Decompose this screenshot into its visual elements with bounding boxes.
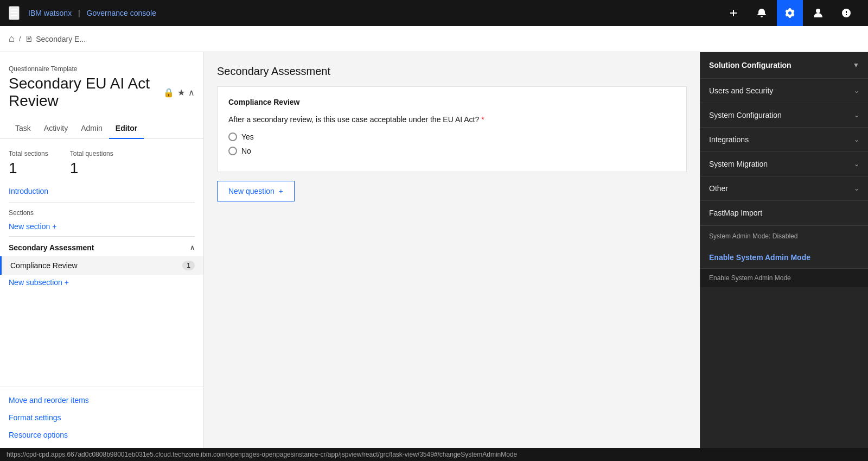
new-section-link[interactable]: New section + xyxy=(0,219,203,234)
users-security-label: Users and Security xyxy=(709,86,773,95)
svg-point-0 xyxy=(816,9,820,13)
integrations-chevron: ⌄ xyxy=(854,136,859,143)
total-questions-stat: Total questions 1 xyxy=(70,150,113,177)
right-panel: Solution Configuration ▼ Users and Secur… xyxy=(700,52,868,448)
required-star: * xyxy=(481,115,484,124)
resource-options-link[interactable]: Resource options xyxy=(0,426,203,444)
radio-button-no[interactable] xyxy=(228,147,237,155)
right-panel-users-security[interactable]: Users and Security ⌄ xyxy=(700,79,868,103)
secondary-assessment-label: Secondary Assessment xyxy=(9,243,94,252)
radio-label-no: No xyxy=(241,147,251,155)
right-panel-system-migration[interactable]: System Migration ⌄ xyxy=(700,152,868,176)
new-question-label: New question xyxy=(228,187,275,195)
left-panel: Questionnaire Template Secondary EU AI A… xyxy=(0,52,204,448)
right-panel-system-config[interactable]: System Configuration ⌄ xyxy=(700,103,868,128)
system-migration-chevron: ⌄ xyxy=(854,160,859,168)
breadcrumb-doc-label: Secondary E... xyxy=(36,35,86,43)
questionnaire-label: Questionnaire Template xyxy=(9,65,195,73)
compliance-review-nav-item[interactable]: Compliance Review 1 xyxy=(0,256,203,275)
total-sections-value: 1 xyxy=(9,160,48,177)
app-title: IBM watsonx | Governance console xyxy=(28,9,156,17)
radio-option-yes[interactable]: Yes xyxy=(228,132,675,141)
new-subsection-label: New subsection xyxy=(9,278,62,287)
total-sections-stat: Total sections 1 xyxy=(9,150,48,177)
tab-editor[interactable]: Editor xyxy=(109,118,144,139)
notification-icon-btn[interactable] xyxy=(749,0,775,26)
star-icon[interactable]: ★ xyxy=(177,87,185,98)
users-security-chevron: ⌄ xyxy=(854,87,859,94)
stats-row: Total sections 1 Total questions 1 xyxy=(0,139,203,182)
radio-button-yes[interactable] xyxy=(228,132,237,141)
question-card: Compliance Review After a secondary revi… xyxy=(217,86,687,172)
new-subsection-icon: + xyxy=(65,278,69,287)
app-brand: IBM watsonx xyxy=(28,9,72,17)
enable-admin-mode-link[interactable]: Enable System Admin Mode xyxy=(700,247,868,268)
tab-activity[interactable]: Activity xyxy=(37,118,74,139)
new-subsection-link[interactable]: New subsection + xyxy=(0,275,203,290)
compliance-review-badge: 1 xyxy=(182,261,195,270)
top-navigation: ☰ IBM watsonx | Governance console xyxy=(0,0,868,26)
breadcrumb-separator: / xyxy=(19,35,21,43)
integrations-label: Integrations xyxy=(709,135,749,144)
system-migration-label: System Migration xyxy=(709,160,768,168)
status-bar: https://cpd-cpd.apps.667ad0c0808b98001eb… xyxy=(0,448,868,461)
move-reorder-link[interactable]: Move and reorder items xyxy=(0,391,203,409)
content-section-title: Secondary Assessment xyxy=(217,65,687,78)
chevron-up-icon[interactable]: ∧ xyxy=(188,87,195,98)
content-area: Secondary Assessment Compliance Review A… xyxy=(204,52,700,448)
home-icon[interactable]: ⌂ xyxy=(9,33,15,45)
page-title-icons: 🔒 ★ ∧ xyxy=(163,87,195,98)
settings-icon-btn[interactable] xyxy=(777,0,803,26)
title-separator: | xyxy=(78,9,80,17)
breadcrumb-bar: ⌂ / 🖹 Secondary E... xyxy=(0,26,868,52)
compliance-review-label: Compliance Review xyxy=(10,261,78,270)
enable-admin-mode-tooltip: Enable System Admin Mode xyxy=(700,268,868,287)
secondary-assessment-header[interactable]: Secondary Assessment ∧ xyxy=(0,239,203,256)
lock-icon[interactable]: 🔒 xyxy=(163,87,174,98)
menu-icon[interactable]: ☰ xyxy=(9,6,20,20)
page-title-text: Secondary EU AI Act Review xyxy=(9,75,158,110)
plus-icon-btn[interactable] xyxy=(720,0,746,26)
right-panel-header-title: Solution Configuration xyxy=(709,61,792,70)
total-questions-value: 1 xyxy=(70,160,113,177)
status-url: https://cpd-cpd.apps.667ad0c0808b98001eb… xyxy=(7,451,517,458)
tab-bar: Task Activity Admin Editor xyxy=(0,118,203,139)
system-config-label: System Configuration xyxy=(709,111,782,119)
right-panel-header[interactable]: Solution Configuration ▼ xyxy=(700,52,868,79)
radio-label-yes: Yes xyxy=(241,132,254,141)
total-sections-label: Total sections xyxy=(9,150,48,157)
format-settings-link[interactable]: Format settings xyxy=(0,409,203,426)
fastmap-label: FastMap Import xyxy=(709,209,762,217)
question-text-content: After a secondary review, is this use ca… xyxy=(228,115,479,124)
new-section-icon: + xyxy=(52,222,56,231)
right-panel-fastmap[interactable]: FastMap Import xyxy=(700,201,868,225)
new-question-button[interactable]: New question + xyxy=(217,181,295,201)
total-questions-label: Total questions xyxy=(70,150,113,157)
right-panel-other[interactable]: Other ⌄ xyxy=(700,176,868,201)
app-subtitle: Governance console xyxy=(87,9,156,17)
question-card-header: Compliance Review xyxy=(228,98,675,106)
other-chevron: ⌄ xyxy=(854,185,859,192)
section-divider-2 xyxy=(9,236,195,237)
chevron-up-secondary: ∧ xyxy=(190,244,195,251)
introduction-link[interactable]: Introduction xyxy=(0,182,203,200)
page-header: Questionnaire Template Secondary EU AI A… xyxy=(0,52,203,118)
topnav-actions xyxy=(720,0,859,26)
system-admin-status: System Admin Mode: Disabled xyxy=(700,226,868,247)
right-panel-integrations[interactable]: Integrations ⌄ xyxy=(700,128,868,152)
tab-task[interactable]: Task xyxy=(9,118,37,139)
page-title: Secondary EU AI Act Review 🔒 ★ ∧ xyxy=(9,75,195,110)
user-icon-btn[interactable] xyxy=(805,0,831,26)
radio-option-no[interactable]: No xyxy=(228,147,675,155)
document-icon: 🖹 xyxy=(25,35,33,43)
system-config-chevron: ⌄ xyxy=(854,111,859,119)
question-text: After a secondary review, is this use ca… xyxy=(228,115,675,124)
right-panel-chevron: ▼ xyxy=(853,61,859,69)
new-question-icon: + xyxy=(279,187,283,195)
help-icon-btn[interactable] xyxy=(833,0,859,26)
bottom-nav: Move and reorder items Format settings R… xyxy=(0,387,203,448)
new-section-label: New section xyxy=(9,222,50,231)
sections-group-label: Sections xyxy=(0,205,203,219)
section-divider-1 xyxy=(9,202,195,203)
tab-admin[interactable]: Admin xyxy=(74,118,109,139)
